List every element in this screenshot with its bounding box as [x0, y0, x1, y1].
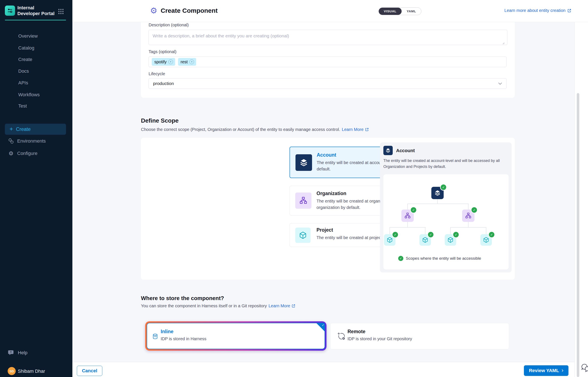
entity-creation-docs-label: Learn more about entity creation: [504, 8, 566, 13]
sidebar-divider: [5, 20, 66, 20]
define-scope-heading: Define Scope: [141, 117, 178, 124]
account-layers-icon-small: [383, 146, 393, 155]
page-title: Create Component: [161, 7, 218, 14]
diagram-edge: [425, 227, 425, 234]
environments-icon: [8, 138, 14, 144]
sidebar-item-configure[interactable]: ⚙ Configure: [5, 149, 66, 158]
define-scope-subtitle: Choose the correct scope (Project, Organ…: [141, 127, 369, 132]
check-icon: ✓: [428, 232, 433, 237]
learn-more-label: Learn More: [268, 304, 290, 308]
svg-text:</>: </>: [154, 336, 156, 338]
tag-remove-icon[interactable]: ×: [168, 59, 173, 64]
store-option-inline[interactable]: ✓ </> Inline IDP is stored in Harness: [147, 323, 325, 349]
diagram-edge: [389, 227, 426, 228]
store-option-title: Remote: [347, 329, 365, 334]
chevron-right-icon: ›: [562, 367, 564, 374]
sidebar-help-label: Help: [18, 350, 27, 355]
store-subtitle: You can store the component in Harness i…: [141, 304, 296, 308]
diagram-edge: [450, 227, 451, 234]
diagram-caption-text: Scopes where the entity will be accessib…: [406, 256, 481, 261]
sidebar: Internal Developer Portal Overview Catal…: [0, 0, 72, 377]
sidebar-item-catalog[interactable]: Catalog: [18, 45, 34, 51]
sidebar-item-docs[interactable]: Docs: [18, 68, 29, 75]
scroll-gutter: [574, 0, 588, 377]
check-icon: ✓: [471, 207, 477, 213]
learn-more-label: Learn More: [342, 127, 363, 132]
scope-diagram-card: [383, 174, 509, 270]
check-icon: ✓: [489, 232, 494, 237]
component-gear-icon: ⚙: [150, 6, 157, 15]
tag-chip-label: spotify: [154, 59, 167, 64]
scope-option-title: Account: [317, 152, 336, 158]
tags-input[interactable]: spotify × rest ×: [149, 57, 507, 67]
check-icon: ✓: [392, 232, 398, 237]
help-chat-icon: ?: [8, 349, 14, 356]
sidebar-item-environments[interactable]: Environments: [5, 136, 66, 146]
organization-hierarchy-icon: [295, 192, 311, 209]
description-input[interactable]: [149, 30, 507, 45]
selected-check-icon: ✓: [316, 323, 325, 332]
external-link-icon: [291, 304, 296, 308]
scope-detail-title: Account: [396, 148, 415, 153]
sidebar-item-create[interactable]: Create: [18, 56, 32, 63]
sidebar-item-help[interactable]: ? Help: [8, 349, 27, 356]
diagram-edge: [407, 222, 408, 227]
lifecycle-select[interactable]: production: [149, 78, 507, 89]
store-option-remote[interactable]: Remote IDP is stored in your Git reposit…: [330, 323, 509, 349]
description-label: Description (optional): [149, 23, 189, 27]
store-learn-more-link[interactable]: Learn More: [268, 304, 296, 308]
entity-creation-docs-link[interactable]: Learn more about entity creation: [504, 8, 571, 13]
tag-chip[interactable]: spotify ×: [152, 58, 175, 66]
sidebar-item-test[interactable]: Test: [18, 103, 27, 109]
svg-text:?: ?: [10, 351, 12, 354]
visual-yaml-toggle: VISUAL YAML: [378, 7, 421, 15]
tag-chip[interactable]: rest ×: [178, 58, 196, 66]
store-option-description: IDP is stored in your Git repository: [347, 336, 412, 341]
entity-form-card: Description (optional) Tags (optional) s…: [141, 22, 515, 98]
review-yaml-label: Review YAML: [529, 368, 559, 373]
diagram-edge: [450, 227, 486, 228]
external-link-icon: [365, 128, 369, 131]
app-switcher-icon[interactable]: [57, 8, 65, 15]
check-icon: ✓: [441, 185, 446, 190]
tab-yaml[interactable]: YAML: [402, 8, 421, 15]
inline-storage-icon: </>: [152, 333, 158, 339]
project-cube-icon: [295, 228, 311, 243]
review-yaml-button[interactable]: Review YAML ›: [524, 365, 568, 376]
harness-idp-logo[interactable]: [5, 6, 15, 16]
footer-bar: Cancel Review YAML ›: [72, 362, 574, 377]
sidebar-configure-label: Configure: [17, 151, 37, 156]
define-scope-learn-more-link[interactable]: Learn More: [342, 127, 369, 132]
tag-remove-icon[interactable]: ×: [189, 59, 194, 64]
cancel-button[interactable]: Cancel: [77, 366, 102, 376]
sidebar-item-overview[interactable]: Overview: [18, 33, 38, 39]
scope-option-title: Organization: [317, 191, 346, 196]
lifecycle-value: production: [153, 81, 174, 86]
tags-label: Tags (optional): [149, 49, 177, 54]
sidebar-item-create-active[interactable]: + Create: [5, 124, 66, 135]
store-subtitle-text: You can store the component in Harness i…: [141, 304, 267, 308]
tag-chip-label: rest: [181, 59, 188, 64]
check-icon: ✓: [411, 207, 416, 213]
diagram-edge: [437, 199, 438, 204]
user-name[interactable]: Shibam Dhar: [18, 368, 45, 374]
page-header: ⚙ Create Component VISUAL YAML Learn mor…: [72, 0, 588, 22]
tab-visual[interactable]: VISUAL: [379, 8, 402, 15]
sidebar-item-apis[interactable]: APIs: [18, 80, 28, 86]
diagram-edge: [468, 222, 468, 227]
check-icon: ✓: [453, 232, 459, 237]
sidebar-item-workflows[interactable]: Workflows: [18, 91, 40, 98]
diagram-edge: [407, 204, 408, 210]
chat-support-icon[interactable]: [581, 363, 588, 373]
sidebar-create-label: Create: [16, 127, 31, 132]
sidebar-environments-label: Environments: [17, 138, 46, 144]
create-component-screen: Description (optional) Tags (optional) s…: [0, 0, 588, 377]
external-link-icon: [567, 9, 571, 13]
lifecycle-label: Lifecycle: [149, 71, 165, 76]
store-option-description: IDP is stored in Harness: [161, 336, 206, 341]
diagram-edge: [468, 204, 468, 210]
diagram-edge: [389, 227, 390, 234]
vertical-scrollbar[interactable]: [577, 93, 579, 377]
user-avatar[interactable]: SD: [8, 367, 16, 375]
inline-option-highlight-ring: ✓ </> Inline IDP is stored in Harness: [145, 321, 326, 351]
